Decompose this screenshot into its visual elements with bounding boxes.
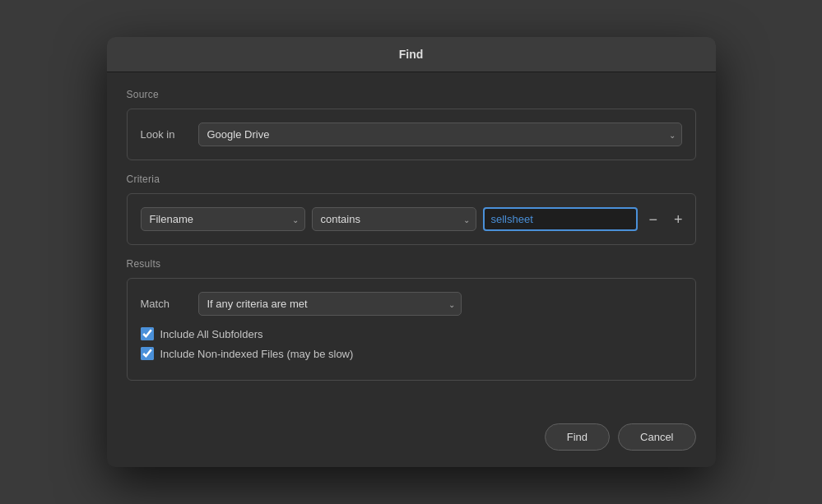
criteria-type-wrapper: Filename File Size Date Created Date Mod… bbox=[141, 207, 305, 231]
find-button[interactable]: Find bbox=[545, 423, 610, 451]
criteria-value-input[interactable] bbox=[483, 207, 638, 231]
look-in-row: Look in Google Drive Local Disk All Sour… bbox=[141, 123, 682, 146]
dialog-footer: Find Cancel bbox=[107, 414, 716, 467]
look-in-wrapper: Google Drive Local Disk All Sources ⌄ bbox=[198, 123, 682, 146]
include-subfolders-checkbox[interactable] bbox=[141, 327, 154, 340]
remove-criteria-button[interactable]: − bbox=[644, 210, 663, 229]
match-select-wrapper: If any criteria are met If all criteria … bbox=[198, 292, 462, 316]
criteria-section: Criteria Filename File Size Date Created… bbox=[127, 173, 696, 245]
cancel-button[interactable]: Cancel bbox=[618, 423, 695, 451]
dialog-title: Find bbox=[399, 48, 424, 61]
dialog-titlebar: Find bbox=[107, 37, 716, 72]
results-section-box: Match If any criteria are met If all cri… bbox=[127, 278, 696, 381]
include-nonindexed-checkbox[interactable] bbox=[141, 347, 154, 360]
criteria-operator-select[interactable]: contains starts with ends with equals do… bbox=[312, 207, 476, 231]
criteria-section-box: Filename File Size Date Created Date Mod… bbox=[127, 193, 696, 245]
match-select[interactable]: If any criteria are met If all criteria … bbox=[198, 292, 462, 316]
match-row: Match If any criteria are met If all cri… bbox=[141, 292, 682, 316]
include-nonindexed-row: Include Non-indexed Files (may be slow) bbox=[141, 347, 682, 360]
criteria-section-label: Criteria bbox=[127, 173, 696, 185]
results-section: Results Match If any criteria are met If… bbox=[127, 258, 696, 381]
include-subfolders-row: Include All Subfolders bbox=[141, 327, 682, 340]
source-section-box: Look in Google Drive Local Disk All Sour… bbox=[127, 109, 696, 160]
dialog-body: Source Look in Google Drive Local Disk A… bbox=[107, 72, 716, 414]
find-dialog: Find Source Look in Google Drive Local D… bbox=[107, 37, 716, 467]
include-nonindexed-label[interactable]: Include Non-indexed Files (may be slow) bbox=[160, 348, 354, 360]
match-label: Match bbox=[141, 298, 190, 310]
criteria-row: Filename File Size Date Created Date Mod… bbox=[141, 207, 682, 231]
source-section-label: Source bbox=[127, 89, 696, 100]
include-subfolders-label[interactable]: Include All Subfolders bbox=[160, 328, 263, 340]
look-in-select[interactable]: Google Drive Local Disk All Sources bbox=[198, 123, 682, 146]
look-in-label: Look in bbox=[141, 128, 190, 141]
source-section: Source Look in Google Drive Local Disk A… bbox=[127, 89, 696, 160]
results-section-label: Results bbox=[127, 258, 696, 270]
criteria-op-wrapper: contains starts with ends with equals do… bbox=[312, 207, 476, 231]
criteria-type-select[interactable]: Filename File Size Date Created Date Mod… bbox=[141, 207, 305, 231]
add-criteria-button[interactable]: + bbox=[669, 210, 688, 229]
